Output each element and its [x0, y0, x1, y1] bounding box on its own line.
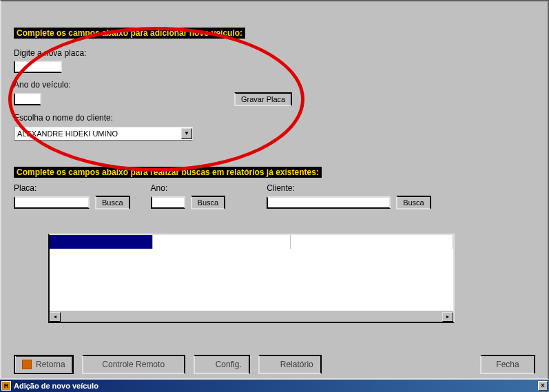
- window-title: Adição de novo veículo: [14, 382, 538, 390]
- retorna-label: Retorna: [36, 360, 65, 369]
- fecha-label: Fecha: [496, 360, 519, 369]
- ano-search-input[interactable]: [151, 196, 185, 209]
- gravar-placa-button[interactable]: Gravar Placa: [234, 92, 292, 106]
- relatorio-button[interactable]: Relatório: [258, 355, 322, 374]
- grid-body: [50, 235, 453, 311]
- cliente-search-label: Cliente:: [267, 183, 295, 193]
- add-header: Complete os campos abaixo para adicionar…: [14, 28, 245, 39]
- report-icon: [267, 360, 276, 369]
- busca-ano-button[interactable]: Busca: [191, 196, 226, 209]
- placa-search-label: Placa:: [14, 183, 37, 193]
- scroll-left-icon[interactable]: ◄: [50, 312, 61, 322]
- close-icon[interactable]: ×: [538, 381, 548, 391]
- gear-icon: [202, 360, 211, 369]
- horizontal-scrollbar[interactable]: ◄ ►: [50, 311, 453, 322]
- cliente-add-label: Escolha o nome do cliente:: [14, 113, 113, 123]
- placa-search-input[interactable]: [14, 196, 90, 209]
- retorna-button[interactable]: Retorna: [14, 355, 74, 374]
- placa-add-input[interactable]: [14, 61, 62, 73]
- ano-add-label: Ano do veículo:: [14, 80, 71, 90]
- grid-cell[interactable]: [291, 235, 453, 249]
- cliente-dropdown[interactable]: ALEXANDRE HIDEKI UMINO ▼: [14, 127, 193, 141]
- toolbar: Retorna Controle Remoto Config. Relatóri…: [14, 355, 535, 374]
- busca-cliente-button[interactable]: Busca: [396, 196, 431, 209]
- fecha-button[interactable]: Fecha: [480, 355, 535, 374]
- placa-add-label: Digite a nova placa:: [14, 48, 86, 58]
- cliente-search-input[interactable]: [267, 196, 391, 209]
- chevron-down-icon[interactable]: ▼: [181, 128, 192, 139]
- config-button[interactable]: Config.: [194, 355, 250, 374]
- search-header: Complete os campos abaixo para realizar …: [14, 167, 322, 178]
- table-row[interactable]: [50, 235, 453, 249]
- ano-add-input[interactable]: [14, 93, 41, 105]
- back-icon: [22, 360, 32, 369]
- scroll-right-icon[interactable]: ►: [442, 312, 453, 322]
- cliente-dropdown-value: ALEXANDRE HIDEKI UMINO: [14, 130, 181, 138]
- busca-placa-button[interactable]: Busca: [95, 196, 130, 209]
- title-bar: R Adição de novo veículo ×: [0, 380, 549, 392]
- ano-search-label: Ano:: [151, 183, 168, 193]
- app-icon: R: [1, 381, 11, 391]
- config-label: Config.: [216, 360, 242, 369]
- controle-remoto-button[interactable]: Controle Remoto: [82, 355, 185, 374]
- client-area: Retorna Controle Remoto Config. Relatóri…: [0, 0, 549, 380]
- controle-label: Controle Remoto: [102, 360, 165, 369]
- search-section: Busca Placa: Busca Ano: Busca Cliente:: [14, 167, 535, 209]
- add-vehicle-section: ALEXANDRE HIDEKI UMINO ▼ Escolha o nome …: [14, 28, 535, 141]
- grid-cell[interactable]: [153, 235, 291, 249]
- results-grid[interactable]: ◄ ►: [48, 234, 455, 323]
- relatorio-label: Relatório: [280, 360, 313, 369]
- grid-cell-selected[interactable]: [50, 235, 153, 249]
